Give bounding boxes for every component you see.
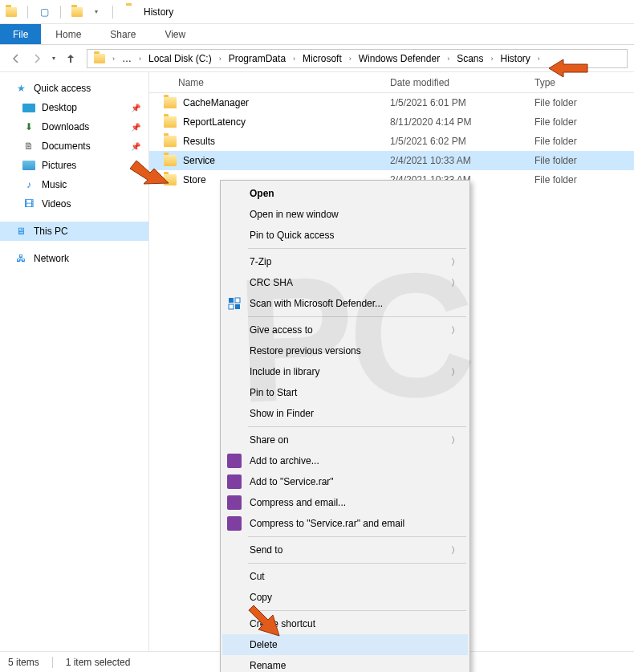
file-date: 1/5/2021 6:02 PM (390, 136, 534, 147)
tab-view[interactable]: View (150, 24, 200, 44)
properties-qat-icon[interactable]: ▢ (38, 6, 51, 18)
sidebar-network-label: Network (34, 253, 69, 264)
column-header-date[interactable]: Date modified (390, 77, 534, 88)
file-type: File folder (534, 155, 634, 166)
new-folder-qat-icon[interactable] (71, 6, 83, 18)
menu-cut[interactable]: Cut (222, 566, 468, 587)
sidebar-item-label: Videos (42, 198, 71, 210)
breadcrumb-segment[interactable]: Scans (453, 50, 486, 67)
menu-compress-rar-email[interactable]: Compress to "Service.rar" and email (222, 513, 468, 534)
table-row[interactable]: CacheManager 1/5/2021 6:01 PM File folde… (149, 93, 634, 112)
table-row[interactable]: ReportLatency 8/11/2020 4:14 PM File fol… (149, 112, 634, 132)
window-title: History (144, 6, 173, 18)
column-headers: Name Date modified Type (149, 72, 634, 93)
qat-dropdown-icon[interactable]: ▾ (90, 6, 103, 18)
forward-button[interactable] (27, 49, 47, 68)
menu-send-to[interactable]: Send to〉 (222, 540, 468, 560)
breadcrumb-root-icon[interactable] (91, 50, 108, 67)
menu-create-shortcut[interactable]: Create shortcut (222, 613, 468, 634)
column-header-type[interactable]: Type (534, 77, 634, 88)
pin-icon: 📌 (131, 104, 140, 112)
up-button[interactable] (61, 49, 80, 68)
winrar-icon (227, 495, 242, 510)
status-count: 5 items (8, 657, 39, 668)
tab-share[interactable]: Share (96, 24, 150, 44)
menu-add-rar[interactable]: Add to "Service.rar" (222, 471, 468, 492)
music-icon: ♪ (22, 178, 35, 191)
sidebar-item-label: Desktop (42, 102, 77, 113)
breadcrumb-segment[interactable]: Windows Defender (356, 50, 443, 67)
star-icon: ★ (14, 82, 27, 95)
pictures-icon (22, 161, 35, 170)
sidebar: ★ Quick access Desktop 📌 ⬇ Downloads 📌 🗎… (0, 72, 149, 651)
winrar-icon (227, 516, 242, 531)
menu-give-access[interactable]: Give access to〉 (222, 320, 468, 340)
file-type: File folder (534, 174, 634, 185)
menu-delete[interactable]: Delete (222, 634, 468, 655)
menu-include-library[interactable]: Include in library〉 (222, 361, 468, 382)
file-type: File folder (534, 116, 634, 128)
chevron-icon[interactable]: › (489, 55, 496, 63)
menu-crc-sha[interactable]: CRC SHA〉 (222, 272, 468, 293)
downloads-icon: ⬇ (22, 120, 35, 133)
sidebar-this-pc[interactable]: 🖥 This PC (0, 222, 148, 241)
submenu-arrow-icon: 〉 (451, 256, 460, 268)
defender-shield-icon (227, 296, 242, 311)
breadcrumb-segment[interactable]: Microsoft (299, 50, 345, 67)
sidebar-item-videos[interactable]: 🎞 Videos (0, 194, 148, 214)
chevron-icon[interactable]: › (291, 55, 298, 63)
file-list: CacheManager 1/5/2021 6:01 PM File folde… (149, 93, 634, 189)
address-bar[interactable]: › … › Local Disk (C:) › ProgramData › Mi… (87, 49, 628, 68)
table-row[interactable]: Results 1/5/2021 6:02 PM File folder (149, 132, 634, 151)
ribbon: File Home Share View (0, 24, 634, 45)
breadcrumb-segment[interactable]: ProgramData (226, 50, 289, 67)
menu-copy[interactable]: Copy (222, 587, 468, 608)
folder-small-icon (5, 6, 18, 18)
menu-pin-start[interactable]: Pin to Start (222, 382, 468, 403)
sidebar-item-desktop[interactable]: Desktop 📌 (0, 98, 148, 117)
menu-separator (248, 563, 466, 564)
file-name: Results (183, 136, 215, 147)
chevron-icon[interactable]: › (535, 55, 543, 63)
chevron-icon[interactable]: › (445, 55, 452, 63)
chevron-icon[interactable]: › (217, 55, 224, 63)
separator (60, 6, 61, 18)
menu-defender-scan[interactable]: Scan with Microsoft Defender... (222, 293, 468, 314)
sidebar-item-label: Downloads (42, 121, 89, 132)
navbar: ▾ › … › Local Disk (C:) › ProgramData › … (0, 45, 634, 72)
menu-rename[interactable]: Rename (222, 655, 468, 672)
menu-7zip[interactable]: 7-Zip〉 (222, 251, 468, 272)
menu-share-on[interactable]: Share on〉 (222, 430, 468, 450)
menu-compress-email[interactable]: Compress and email... (222, 492, 468, 513)
table-row[interactable]: Service 2/4/2021 10:33 AM File folder (149, 151, 634, 170)
column-header-name[interactable]: Name (149, 77, 390, 88)
documents-icon: 🗎 (22, 140, 35, 153)
menu-open-new-window[interactable]: Open in new window (222, 204, 468, 225)
pin-icon: 📌 (131, 161, 140, 170)
sidebar-quick-access[interactable]: ★ Quick access (0, 79, 148, 98)
back-button[interactable] (6, 49, 26, 68)
menu-pin-quick-access[interactable]: Pin to Quick access (222, 225, 468, 246)
sidebar-network[interactable]: 🖧 Network (0, 249, 148, 268)
breadcrumb-ellipsis[interactable]: … (119, 50, 135, 67)
chevron-icon[interactable]: › (136, 55, 144, 63)
sidebar-item-downloads[interactable]: ⬇ Downloads 📌 (0, 117, 148, 136)
file-date: 8/11/2020 4:14 PM (390, 116, 534, 128)
submenu-arrow-icon: 〉 (451, 544, 460, 556)
tab-home[interactable]: Home (41, 24, 96, 44)
menu-separator (248, 426, 466, 427)
menu-add-archive[interactable]: Add to archive... (222, 450, 468, 471)
chevron-icon[interactable]: › (110, 55, 117, 63)
menu-separator (248, 536, 466, 537)
chevron-icon[interactable]: › (347, 55, 354, 63)
sidebar-item-documents[interactable]: 🗎 Documents 📌 (0, 136, 148, 156)
breadcrumb-segment[interactable]: History (498, 50, 534, 67)
menu-restore-versions[interactable]: Restore previous versions (222, 340, 468, 361)
file-tab[interactable]: File (0, 24, 41, 44)
recent-locations-button[interactable]: ▾ (48, 49, 59, 68)
sidebar-item-pictures[interactable]: Pictures 📌 (0, 156, 148, 175)
breadcrumb-segment[interactable]: Local Disk (C:) (145, 50, 215, 67)
menu-show-in-finder[interactable]: Show in Finder (222, 403, 468, 424)
menu-open[interactable]: Open (222, 183, 468, 204)
sidebar-item-music[interactable]: ♪ Music (0, 175, 148, 194)
